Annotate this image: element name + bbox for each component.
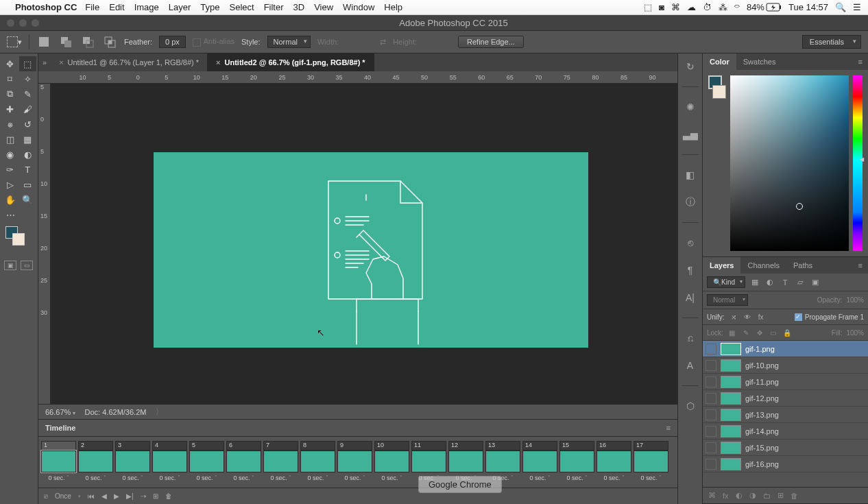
- convert-timeline-icon[interactable]: ⎚: [44, 492, 48, 500]
- new-selection-icon[interactable]: [36, 34, 51, 49]
- menu-file[interactable]: File: [85, 2, 99, 12]
- layer-row[interactable]: gif-10.png: [703, 357, 868, 374]
- layer-thumbnail[interactable]: [721, 343, 741, 355]
- frame-thumbnail[interactable]: [300, 451, 335, 472]
- prev-frame-icon[interactable]: ◀: [101, 492, 107, 500]
- screen-mode-icon[interactable]: ▭: [21, 261, 33, 270]
- layer-name[interactable]: gif-1.png: [745, 345, 775, 353]
- layer-visibility-toggle[interactable]: [706, 393, 716, 404]
- brush-tool-icon[interactable]: 🖌: [19, 101, 37, 117]
- paths-tab[interactable]: Paths: [786, 257, 819, 274]
- panel-menu-icon[interactable]: ≡: [853, 261, 868, 269]
- frame-duration[interactable]: 0 sec.: [634, 472, 668, 483]
- notification-center-icon[interactable]: ☰: [853, 2, 861, 12]
- layer-name[interactable]: gif-14.png: [745, 427, 779, 435]
- frame-duration[interactable]: 0 sec.: [337, 472, 372, 483]
- status-more-icon[interactable]: 〉: [156, 407, 163, 417]
- propagate-checkbox[interactable]: ✓Propagate Frame 1: [795, 313, 864, 321]
- layer-name[interactable]: gif-15.png: [745, 444, 779, 452]
- magic-wand-tool-icon[interactable]: ✧: [19, 71, 37, 86]
- unify-style-icon[interactable]: fx: [756, 312, 766, 322]
- menu-select[interactable]: Select: [229, 2, 254, 12]
- layer-name[interactable]: gif-10.png: [745, 361, 779, 370]
- menu-view[interactable]: View: [314, 2, 333, 12]
- lock-artboard-icon[interactable]: ▭: [769, 328, 778, 337]
- layer-thumbnail[interactable]: [721, 425, 741, 437]
- unify-position-icon[interactable]: ⤨: [729, 312, 738, 322]
- background-color-swatch[interactable]: [12, 233, 25, 245]
- doc-size[interactable]: Doc: 4.62M/36.2M: [85, 408, 147, 416]
- layer-mask-icon[interactable]: ◐: [736, 491, 743, 500]
- cloud-icon[interactable]: ☁: [687, 2, 696, 12]
- timeline-frame[interactable]: 30 sec.: [115, 441, 150, 483]
- opacity-value[interactable]: 100%: [846, 296, 864, 304]
- blend-mode-select[interactable]: Normal: [707, 294, 748, 306]
- close-tab-icon[interactable]: ×: [59, 58, 63, 67]
- properties-panel-icon[interactable]: ⎋: [683, 235, 698, 250]
- filter-type-select[interactable]: 🔍Kind: [707, 276, 745, 288]
- filter-type-icon[interactable]: T: [780, 277, 791, 288]
- frame-duration[interactable]: 0 sec.: [522, 472, 557, 483]
- frame-thumbnail[interactable]: [559, 451, 594, 472]
- color-field[interactable]: [730, 75, 849, 251]
- link-layers-icon[interactable]: ⌘: [708, 491, 716, 500]
- history-panel-icon[interactable]: ↻: [683, 59, 698, 74]
- layer-row[interactable]: gif-11.png: [703, 374, 868, 390]
- layer-row[interactable]: gif-16.png: [703, 456, 868, 472]
- timeline-frame[interactable]: 50 sec.: [189, 441, 224, 483]
- frame-thumbnail[interactable]: [596, 451, 631, 472]
- hue-slider[interactable]: [853, 75, 863, 251]
- delete-frame-icon[interactable]: 🗑: [165, 492, 172, 500]
- window-zoom-button[interactable]: [32, 19, 39, 27]
- delete-layer-icon[interactable]: 🗑: [791, 492, 798, 500]
- frame-thumbnail[interactable]: [485, 451, 520, 472]
- hand-tool-icon[interactable]: ✋: [1, 192, 19, 207]
- frame-thumbnail[interactable]: [41, 451, 76, 472]
- creative-cloud-icon[interactable]: ⌘: [671, 2, 680, 12]
- timeline-frame[interactable]: 80 sec.: [300, 441, 335, 483]
- horizontal-ruler[interactable]: 105051015202530354045505560657075808590: [38, 71, 677, 84]
- timeline-frame[interactable]: 40 sec.: [152, 441, 187, 483]
- frame-duration[interactable]: 0 sec.: [559, 472, 594, 483]
- timeline-frame[interactable]: 140 sec.: [522, 441, 557, 483]
- timeline-frame[interactable]: 170 sec.: [634, 441, 668, 483]
- document-tab[interactable]: ×Untitled2 @ 66.7% (gif-1.png, RGB/8#) *: [208, 53, 374, 71]
- frame-duration[interactable]: 0 sec.: [115, 472, 150, 483]
- menu-window[interactable]: Window: [343, 2, 374, 12]
- layer-name[interactable]: gif-16.png: [745, 460, 779, 468]
- frame-thumbnail[interactable]: [263, 451, 298, 472]
- info-panel-icon[interactable]: ⓘ: [683, 195, 698, 210]
- timeline-frame[interactable]: 10 sec.: [41, 441, 76, 483]
- battery-status[interactable]: 84%: [747, 2, 782, 12]
- adjustments-panel-icon[interactable]: ◧: [683, 167, 698, 182]
- frame-thumbnail[interactable]: [448, 451, 483, 472]
- frame-thumbnail[interactable]: [189, 451, 224, 472]
- frame-duration[interactable]: 0 sec.: [189, 472, 224, 483]
- navigator-panel-icon[interactable]: ✺: [683, 99, 698, 115]
- bluetooth-icon[interactable]: ⁂: [719, 2, 727, 12]
- canvas-area[interactable]: ↖: [51, 84, 677, 404]
- tool-preset-icon[interactable]: ▾: [7, 34, 22, 49]
- lock-all-icon[interactable]: 🔒: [782, 328, 792, 337]
- unify-visibility-icon[interactable]: 👁: [743, 312, 752, 322]
- fill-value[interactable]: 100%: [846, 329, 864, 337]
- panel-menu-icon[interactable]: ≡: [666, 424, 671, 432]
- layer-thumbnail[interactable]: [721, 392, 741, 405]
- layer-row[interactable]: gif-12.png: [703, 390, 868, 407]
- layer-name[interactable]: gif-12.png: [745, 394, 779, 403]
- frame-thumbnail[interactable]: [522, 451, 557, 472]
- first-frame-icon[interactable]: ⏮: [88, 492, 95, 500]
- layer-row[interactable]: gif-1.png: [703, 341, 868, 357]
- panel-menu-icon[interactable]: ≡: [853, 58, 868, 66]
- channels-tab[interactable]: Channels: [740, 257, 786, 274]
- menu-filter[interactable]: Filter: [264, 2, 284, 12]
- filter-pixel-icon[interactable]: ▦: [749, 277, 760, 288]
- menu-image[interactable]: Image: [134, 2, 159, 12]
- clock-icon[interactable]: ⏱: [703, 2, 712, 12]
- panel-background-swatch[interactable]: [712, 85, 726, 99]
- layer-name[interactable]: gif-11.png: [745, 378, 779, 386]
- history-brush-tool-icon[interactable]: ↺: [19, 117, 37, 132]
- dodge-tool-icon[interactable]: ◐: [19, 147, 37, 162]
- lock-pixels-icon[interactable]: ✎: [741, 328, 751, 337]
- frame-duration[interactable]: 0 sec.: [596, 472, 631, 483]
